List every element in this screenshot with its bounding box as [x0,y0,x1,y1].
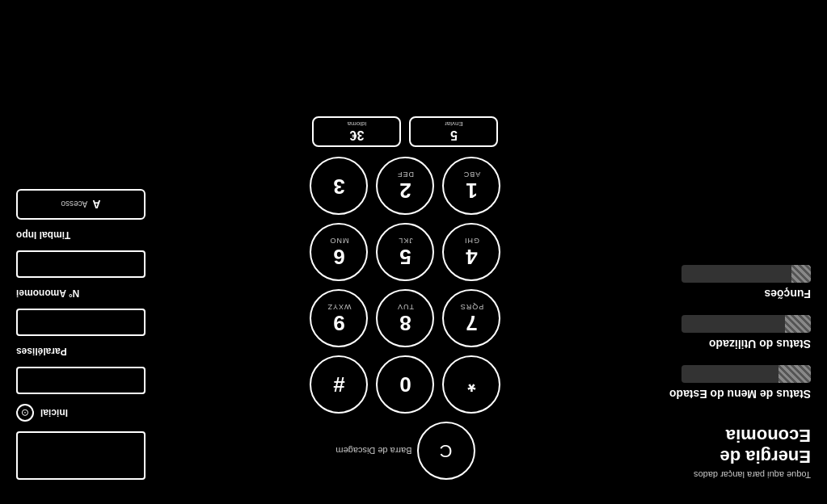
dial-5[interactable]: 5 JKL [377,223,435,281]
dial-7-letters: PQRS [460,303,484,311]
slider-fill-2 [785,315,811,333]
dial-7[interactable]: 7 PQRS [443,289,501,347]
app-subtitle: Toque aqui para lançar dados [633,470,811,480]
dial-3[interactable]: 3 [310,157,369,215]
dial-1[interactable]: 1 ABC [443,157,501,215]
right-icon-circle[interactable]: ⊙ [16,404,34,422]
dial-6[interactable]: 6 MNO [310,223,369,281]
right-section-label-2: N° Amonomei [16,288,146,299]
slider-section-1: Status de Menu do Estado [633,365,811,401]
slider-section-2: Status do Utilizado [633,315,811,351]
dial-4-num: 4 [466,246,477,267]
bottom-btn-idioma[interactable]: 3€ idioma [313,116,402,147]
dial-8[interactable]: 8 TUV [377,289,435,347]
dial-8-letters: TUV [397,303,414,311]
dismiss-text: Barra de Discagem [335,446,411,456]
dial-5-letters: JKL [398,237,413,245]
right-bottom-btn-acesso-label: Acesso [61,200,88,209]
dial-1-num: 1 [466,180,477,201]
dismiss-row: C Barra de Discagem [335,422,475,480]
right-input-1[interactable] [16,367,146,394]
slider-track-3[interactable] [681,265,811,283]
dial-2-letters: DEF [397,170,414,178]
dial-5-num: 5 [399,246,411,267]
bottom-btn-enviar-label: Enviar [445,121,463,128]
dial-hash[interactable]: # [310,355,369,414]
slider-label-1: Status de Menu do Estado [633,388,811,401]
dial-6-letters: MNO [330,237,349,245]
right-section-label-3: Timbal Inpo [16,229,146,241]
dial-7-num: 7 [466,313,477,334]
app-header: Toque aqui para lançar dados Energia de … [633,425,811,480]
dial-star-num: * [467,374,475,395]
right-section-label-1: Paralélises [16,346,146,357]
dismiss-button[interactable]: C [417,422,475,480]
dial-2[interactable]: 2 DEF [377,157,435,215]
bottom-btn-enviar-num: 5 [450,128,458,143]
dial-3-num: 3 [333,176,344,197]
app-title: Energia de Economia [633,425,811,467]
dial-1-letters: ABC [463,170,481,178]
dial-6-num: 6 [333,246,344,267]
slider-label-3: Funções [633,288,811,300]
bottom-btn-idioma-num: 3€ [350,128,365,143]
dismiss-label: C [440,440,453,461]
center-column: C Barra de Discagem * 0 # 7 PQRS 8 T [186,16,625,488]
dial-hash-num: # [333,374,344,395]
slider-fill-3 [791,265,811,283]
dial-0[interactable]: 0 [377,355,435,414]
dial-8-num: 8 [399,313,411,334]
slider-track-2[interactable] [681,315,811,333]
right-label-inicial: Inicial ⊙ [16,404,146,422]
right-bottom-btn-acesso-num: A [92,198,100,211]
dial-0-num: 0 [399,374,411,395]
left-column: Toque aqui para lançar dados Energia de … [633,16,811,488]
slider-track-1[interactable] [681,365,811,383]
right-icon-symbol: ⊙ [21,407,29,418]
bottom-btn-idioma-label: idioma [348,121,367,128]
page-wrapper: Toque aqui para lançar dados Energia de … [0,0,827,504]
slider-fill-1 [778,365,811,383]
dial-star[interactable]: * [443,355,501,414]
dial-9-letters: WXYZ [327,303,352,311]
slider-label-2: Status do Utilizado [633,338,811,351]
dialpad-grid: * 0 # 7 PQRS 8 TUV 9 WXYZ 4 [310,157,501,414]
dial-9-num: 9 [333,313,344,334]
right-input-3[interactable] [16,250,146,278]
dial-4[interactable]: 4 GHI [443,223,501,281]
dialpad-bottom-row: 5 Enviar 3€ idioma [313,116,499,147]
bottom-btn-enviar[interactable]: 5 Enviar [410,116,499,147]
dial-4-letters: GHI [464,237,479,245]
right-display-box [16,431,146,480]
right-bottom-btn-acesso[interactable]: A Acesso [16,189,146,220]
right-column: Inicial ⊙ Paralélises N° Amonomei Timbal… [16,16,178,488]
dial-2-num: 2 [399,180,411,201]
right-inicial-label: Inicial [40,407,68,418]
dial-9[interactable]: 9 WXYZ [310,289,369,347]
slider-section-3: Funções [633,265,811,300]
right-input-2[interactable] [16,309,146,336]
